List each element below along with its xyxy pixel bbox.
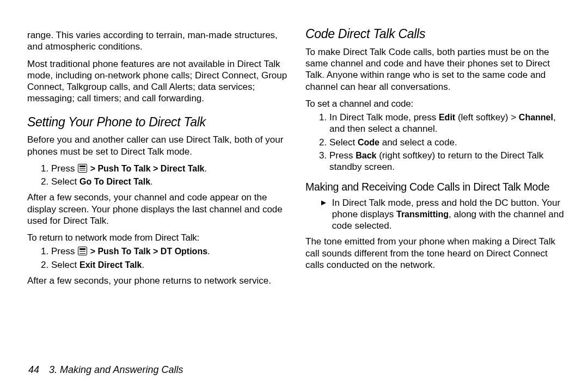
- paragraph-make-code-calls: To make Direct Talk Code calls, both par…: [305, 46, 566, 93]
- chapter-title: 3. Making and Answering Calls: [49, 364, 183, 376]
- steps-return-network: Press > Push To Talk > DT Options. Selec…: [27, 246, 288, 271]
- step-text: Select: [329, 137, 358, 148]
- step-1: Press > Push To Talk > DT Options.: [51, 246, 288, 257]
- paragraph-range: range. This varies according to terrain,…: [27, 29, 288, 53]
- bullet-item: ► In Direct Talk mode, press and hold th…: [305, 197, 566, 232]
- step-text: (left softkey) >: [455, 112, 519, 122]
- step-text-end: .: [204, 163, 207, 174]
- step-bold: Back: [356, 151, 376, 160]
- heading-making-receiving: Making and Receiving Code Calls in Direc…: [305, 180, 566, 193]
- paragraph-tone: The tone emitted from your phone when ma…: [305, 236, 566, 271]
- step-bold: Code: [358, 138, 379, 147]
- step-1: In Direct Talk mode, press Edit (left so…: [329, 112, 566, 135]
- step-1: Press > Push To Talk > Direct Talk.: [51, 163, 288, 174]
- paragraph-after-seconds: After a few seconds, your channel and co…: [27, 192, 288, 226]
- step-bold: > Push To Talk > DT Options: [88, 247, 207, 256]
- step-text: Press: [51, 246, 77, 256]
- step-bold: Exit Direct Talk: [79, 260, 142, 270]
- step-text-end: and select a code.: [379, 137, 457, 148]
- bullet-icon: ►: [320, 197, 328, 232]
- step-2: Select Exit Direct Talk.: [51, 259, 288, 271]
- paragraph-returns: After a few seconds, your phone returns …: [27, 275, 288, 286]
- step-bold: Channel: [519, 113, 553, 122]
- step-text: Select: [51, 260, 79, 270]
- steps-set-channel-code: In Direct Talk mode, press Edit (left so…: [305, 112, 566, 173]
- step-text-end: .: [150, 176, 153, 187]
- heading-code-direct-talk: Code Direct Talk Calls: [305, 26, 566, 42]
- step-text: In Direct Talk mode, press: [329, 112, 439, 122]
- columns: range. This varies according to terrain,…: [27, 26, 566, 355]
- step-text: Press: [51, 163, 77, 174]
- step-text: Select: [51, 176, 79, 187]
- heading-setting-direct-talk: Setting Your Phone to Direct Talk: [27, 114, 288, 130]
- page-number: 44: [28, 364, 39, 376]
- lead-set-channel-code: To set a channel and code:: [305, 98, 566, 109]
- step-2: Select Code and select a code.: [329, 137, 566, 148]
- page-footer: 44 3. Making and Answering Calls: [27, 364, 566, 376]
- right-column: Code Direct Talk Calls To make Direct Ta…: [305, 26, 566, 355]
- step-bold: Go To Direct Talk: [79, 177, 150, 186]
- step-bold: > Push To Talk > Direct Talk: [88, 164, 204, 173]
- menu-icon: [78, 247, 87, 255]
- bold: Transmitting: [396, 210, 449, 219]
- manual-page: range. This varies according to terrain,…: [0, 0, 588, 392]
- left-column: range. This varies according to terrain,…: [27, 26, 288, 355]
- lead-return-network: To return to network mode from Direct Ta…: [27, 232, 288, 243]
- step-text: Press: [329, 150, 356, 161]
- step-3: Press Back (right softkey) to return to …: [329, 150, 566, 173]
- steps-enter-direct-talk: Press > Push To Talk > Direct Talk. Sele…: [27, 163, 288, 188]
- bullet-text: In Direct Talk mode, press and hold the …: [332, 197, 566, 232]
- paragraph-before: Before you and another caller can use Di…: [27, 134, 288, 157]
- step-text-end: .: [207, 246, 210, 256]
- step-bold: Edit: [439, 113, 455, 122]
- menu-icon: [78, 164, 87, 173]
- step-2: Select Go To Direct Talk.: [51, 176, 288, 187]
- step-text-end: .: [142, 260, 144, 270]
- paragraph-features: Most traditional phone features are not …: [27, 58, 288, 105]
